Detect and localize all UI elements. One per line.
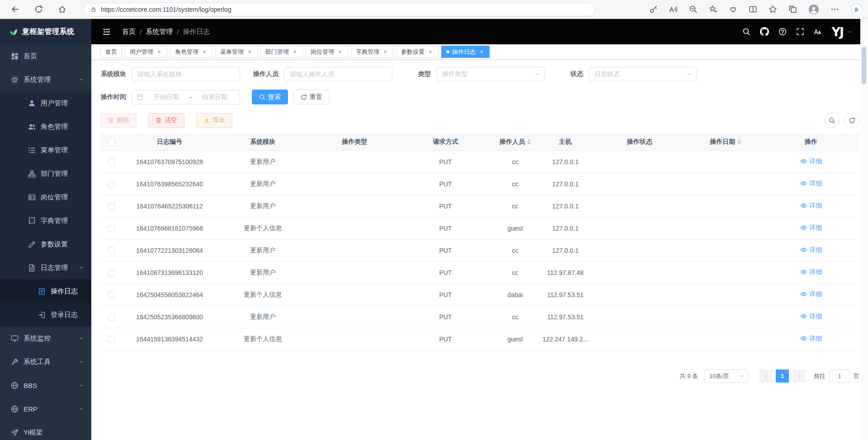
row-checkbox[interactable] <box>108 292 115 298</box>
tab-user[interactable]: 用户管理× <box>125 46 167 58</box>
sidebar-item-operlog[interactable]: 操作日志 <box>0 279 91 303</box>
tab-config[interactable]: 参数设置× <box>396 46 439 58</box>
detail-link[interactable]: 详细 <box>800 157 822 166</box>
split-screen-icon[interactable] <box>749 5 757 14</box>
sidebar-item-bbs[interactable]: BBS <box>0 374 91 397</box>
avatar-dropdown-icon[interactable] <box>847 29 852 34</box>
page-scrollbar[interactable] <box>860 19 868 440</box>
tab-menu[interactable]: 菜单管理× <box>215 46 258 58</box>
page-1-button[interactable]: 1 <box>776 369 789 383</box>
sidebar-item-dept[interactable]: 部门管理 <box>0 162 91 185</box>
column-header-date[interactable]: 操作日期 <box>689 133 763 151</box>
tab-close-icon[interactable]: × <box>292 49 298 55</box>
sidebar-item-loginlog[interactable]: 登录日志 <box>0 303 91 326</box>
address-bar[interactable]: https://ccnetcore.com:1101/system/log/op… <box>84 3 595 16</box>
sidebar-item-log[interactable]: 日志管理 <box>0 256 91 279</box>
sidebar-item-tools[interactable]: 系统工具 <box>0 350 91 374</box>
tab-close-icon[interactable]: × <box>201 49 208 55</box>
sidebar-item-yiframe[interactable]: Yi框架 <box>0 421 91 440</box>
detail-link[interactable]: 详细 <box>800 246 822 254</box>
page-size-select[interactable]: 10条/页 <box>704 369 748 383</box>
collapse-sidebar-icon[interactable] <box>102 28 111 36</box>
operator-input[interactable] <box>284 67 392 81</box>
tab-close-icon[interactable]: × <box>478 49 485 55</box>
sidebar-item-dict[interactable]: 字典管理 <box>0 209 91 232</box>
prev-page-button[interactable] <box>759 369 772 383</box>
read-aloud-icon[interactable] <box>669 5 678 14</box>
font-size-icon[interactable] <box>814 28 822 36</box>
profile-avatar[interactable] <box>808 4 819 15</box>
tab-dict[interactable]: 字典管理× <box>351 46 393 58</box>
column-header-operator[interactable]: 操作人员 <box>490 133 540 151</box>
tab-close-icon[interactable]: × <box>156 49 162 55</box>
status-select[interactable]: 日志状态 <box>589 67 697 81</box>
sidebar-item-monitor[interactable]: 系统监控 <box>0 326 91 350</box>
favorites-add-icon[interactable] <box>709 5 717 14</box>
sort-icon[interactable] <box>527 137 531 147</box>
tab-home[interactable]: 首页 <box>100 46 122 58</box>
sidebar-item-home[interactable]: 首页 <box>0 44 91 68</box>
row-checkbox[interactable] <box>108 181 115 188</box>
app-logo[interactable]: 意框架管理系统 <box>0 19 91 44</box>
select-all-checkbox[interactable] <box>108 139 115 146</box>
clear-button[interactable]: 清空 <box>148 113 184 128</box>
toggle-search-button[interactable] <box>824 113 840 128</box>
detail-link[interactable]: 详细 <box>800 312 822 321</box>
back-icon[interactable] <box>11 5 19 14</box>
sidebar-item-erp[interactable]: ERP <box>0 397 91 421</box>
sort-icon[interactable] <box>737 137 741 147</box>
sidebar-item-system[interactable]: 系统管理 <box>0 68 91 91</box>
detail-link[interactable]: 详细 <box>800 224 822 232</box>
breadcrumb-item[interactable]: 首页 <box>122 28 136 36</box>
refresh-icon[interactable] <box>34 5 43 14</box>
sidebar-item-role[interactable]: 角色管理 <box>0 115 91 138</box>
user-avatar-logo[interactable]: YJ <box>831 25 843 39</box>
lock-icon[interactable] <box>90 6 97 13</box>
detail-link[interactable]: 详细 <box>800 335 822 343</box>
detail-link[interactable]: 详细 <box>800 290 822 298</box>
tab-operlog[interactable]: 操作日志× <box>441 46 490 58</box>
sidebar-item-user[interactable]: 用户管理 <box>0 91 91 115</box>
row-checkbox[interactable] <box>108 159 115 166</box>
tab-post[interactable]: 岗位管理× <box>306 46 348 58</box>
tab-close-icon[interactable]: × <box>427 49 434 55</box>
header-search-icon[interactable] <box>742 28 750 36</box>
tab-dept[interactable]: 部门管理× <box>260 46 303 58</box>
tab-role[interactable]: 角色管理× <box>170 46 212 58</box>
browser-essentials-icon[interactable] <box>729 5 737 14</box>
row-checkbox[interactable] <box>108 203 115 210</box>
copilot-icon[interactable]: b <box>850 3 863 15</box>
sidebar-item-config[interactable]: 参数设置 <box>0 232 91 256</box>
browser-more-icon[interactable] <box>830 5 839 14</box>
module-input[interactable] <box>132 67 240 81</box>
tab-close-icon[interactable]: × <box>246 49 253 55</box>
tab-close-icon[interactable]: × <box>337 49 343 55</box>
date-range-picker[interactable]: 开始日期 - 结束日期 <box>132 90 240 104</box>
goto-page-input[interactable] <box>829 369 850 383</box>
home-icon[interactable] <box>58 5 66 14</box>
type-select[interactable]: 操作类型 <box>436 67 545 81</box>
tab-close-icon[interactable]: × <box>382 49 388 55</box>
row-checkbox[interactable] <box>108 270 115 276</box>
detail-link[interactable]: 详细 <box>800 268 822 276</box>
export-button[interactable]: 导出 <box>196 113 232 128</box>
row-checkbox[interactable] <box>108 225 115 232</box>
next-page-button[interactable] <box>793 369 806 383</box>
detail-link[interactable]: 详细 <box>800 180 822 188</box>
row-checkbox[interactable] <box>108 336 115 343</box>
scrollbar-thumb[interactable] <box>862 47 866 84</box>
github-icon[interactable] <box>760 27 769 36</box>
password-key-icon[interactable] <box>649 5 658 14</box>
help-icon[interactable] <box>778 28 787 36</box>
reset-button[interactable]: 重置 <box>293 90 330 104</box>
search-button[interactable]: 搜索 <box>252 90 288 104</box>
fullscreen-icon[interactable] <box>796 28 804 36</box>
sidebar-item-menu[interactable]: 菜单管理 <box>0 138 91 162</box>
favorites-icon[interactable] <box>769 5 777 14</box>
refresh-table-button[interactable] <box>844 113 859 128</box>
zoom-out-icon[interactable] <box>689 5 698 14</box>
row-checkbox[interactable] <box>108 314 115 321</box>
sidebar-item-post[interactable]: 岗位管理 <box>0 185 91 209</box>
row-checkbox[interactable] <box>108 247 115 254</box>
delete-button[interactable]: 删除 <box>100 113 137 128</box>
